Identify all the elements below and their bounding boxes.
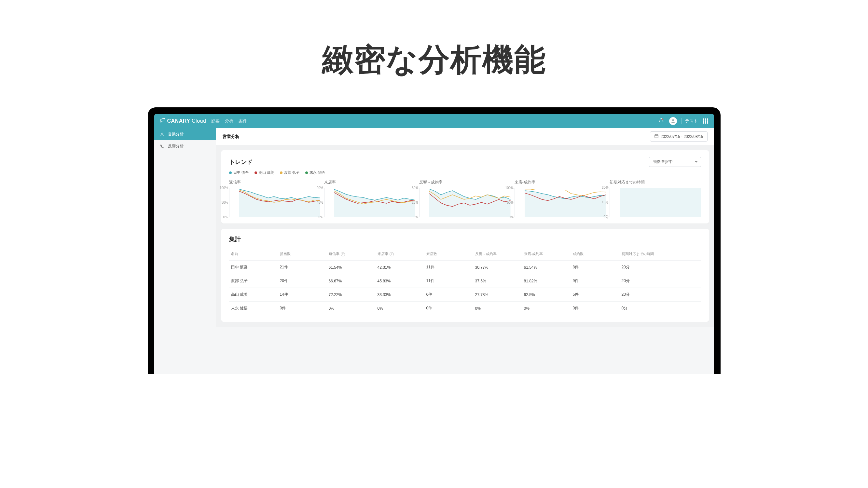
table-cell: 14件 xyxy=(280,292,329,297)
table-header-cell: 成約数 xyxy=(573,252,622,256)
chart-title: 反響～成約率 xyxy=(419,180,510,185)
row-name: 渡部 弘子 xyxy=(231,278,280,284)
apps-icon[interactable] xyxy=(702,118,709,124)
table-cell: 42.31% xyxy=(377,265,426,270)
help-icon[interactable]: ? xyxy=(341,252,345,256)
mini-chart: 初期対応までの時間20分10分0分 xyxy=(610,180,701,217)
table-cell: 0件 xyxy=(280,305,329,311)
chart-canvas: 100%50%0% xyxy=(515,188,606,217)
mini-chart: 来店-成約率100%50%0% xyxy=(515,180,606,217)
table-cell: 37.5% xyxy=(475,279,524,283)
legend-dot-icon xyxy=(229,171,232,174)
chart-canvas: 50%25%0% xyxy=(419,188,510,217)
summary-title: 集計 xyxy=(229,235,701,243)
charts-row: 返信率100%50%0%来店率90%45%0%反響～成約率50%25%0%来店-… xyxy=(229,180,701,217)
trend-filter-dropdown[interactable]: 複数選択中 xyxy=(649,157,701,167)
chart-title: 初期対応までの時間 xyxy=(610,180,701,185)
phone-icon xyxy=(159,144,165,149)
topnav-projects[interactable]: 案件 xyxy=(239,118,247,124)
person-icon xyxy=(159,132,165,137)
row-name: 末永 健悟 xyxy=(231,305,280,311)
table-cell: 0件 xyxy=(573,305,622,311)
legend-item: 末永 健悟 xyxy=(305,170,325,175)
table-cell: 27.78% xyxy=(475,292,524,297)
row-name: 田中 慎吾 xyxy=(231,264,280,270)
topnav-customers[interactable]: 顧客 xyxy=(211,118,220,124)
y-tick-label: 45% xyxy=(317,201,323,204)
sidebar: 営業分析 反響分析 xyxy=(154,128,216,327)
sidebar-item-response-analysis[interactable]: 反響分析 xyxy=(154,140,216,152)
table-cell: 81.82% xyxy=(524,279,573,283)
svg-point-1 xyxy=(672,120,674,121)
table-header-row: 名前担当数返信率?来店率?来店数反響～成約率来店-成約率成約数初期対応までの時間 xyxy=(229,248,701,261)
table-header-cell: 初期対応までの時間 xyxy=(622,252,671,256)
chart-canvas: 100%50%0% xyxy=(229,188,320,217)
table-cell: 0% xyxy=(329,306,377,311)
legend-dot-icon xyxy=(254,171,257,174)
y-tick-label: 10分 xyxy=(602,200,609,205)
bell-icon[interactable] xyxy=(658,118,664,124)
legend-label: 田中 慎吾 xyxy=(234,170,249,175)
table-cell: 11件 xyxy=(426,278,475,284)
y-tick-label: 20分 xyxy=(602,186,609,190)
table-cell: 61.54% xyxy=(329,265,377,270)
y-tick-label: 100% xyxy=(505,186,514,190)
legend-label: 末永 健悟 xyxy=(310,170,325,175)
trend-title: トレンド xyxy=(229,158,253,166)
table-cell: 33.33% xyxy=(377,292,426,297)
topnav-analysis[interactable]: 分析 xyxy=(225,118,234,124)
trend-legend: 田中 慎吾高山 成美渡部 弘子末永 健悟 xyxy=(229,170,701,175)
table-cell: 45.83% xyxy=(377,279,426,283)
table-cell: 8件 xyxy=(573,264,622,270)
table-cell: 20分 xyxy=(622,264,671,270)
y-tick-label: 100% xyxy=(220,186,228,190)
table-cell: 5件 xyxy=(573,292,622,297)
table-row: 渡部 弘子20件66.67%45.83%11件37.5%81.82%9件20分 xyxy=(229,274,701,288)
table-cell: 9件 xyxy=(573,278,622,284)
table-header-cell: 来店率? xyxy=(377,252,426,256)
y-tick-label: 0分 xyxy=(604,215,609,219)
y-tick-label: 0% xyxy=(223,215,228,219)
brand-logo[interactable]: CANARY Cloud xyxy=(159,118,206,125)
legend-item: 渡部 弘子 xyxy=(280,170,300,175)
table-cell: 20分 xyxy=(622,292,671,297)
table-header-cell: 来店-成約率 xyxy=(524,252,573,256)
legend-item: 田中 慎吾 xyxy=(229,170,249,175)
table-header-cell: 返信率? xyxy=(329,252,377,256)
user-label[interactable]: テスト xyxy=(682,118,698,124)
device-frame: CANARY Cloud 顧客 分析 案件 テスト xyxy=(148,107,720,374)
table-cell: 0% xyxy=(475,306,524,311)
chart-title: 来店率 xyxy=(324,180,415,185)
bird-icon xyxy=(159,118,165,125)
date-range-picker[interactable]: 2022/07/15 - 2022/08/15 xyxy=(650,131,708,141)
summary-table: 名前担当数返信率?来店率?来店数反響～成約率来店-成約率成約数初期対応までの時間… xyxy=(229,248,701,315)
mini-chart: 来店率90%45%0% xyxy=(324,180,415,217)
sidebar-item-label: 営業分析 xyxy=(168,131,184,137)
table-cell: 66.67% xyxy=(329,279,377,283)
table-header-cell: 来店数 xyxy=(426,252,475,256)
sidebar-item-label: 反響分析 xyxy=(168,143,184,149)
topnav: 顧客 分析 案件 xyxy=(211,118,247,124)
table-cell: 0件 xyxy=(426,305,475,311)
table-cell: 0% xyxy=(377,306,426,311)
legend-item: 高山 成美 xyxy=(254,170,274,175)
legend-label: 渡部 弘子 xyxy=(284,170,300,175)
table-cell: 11件 xyxy=(426,264,475,270)
table-header-cell: 担当数 xyxy=(280,252,329,256)
y-tick-label: 0% xyxy=(318,215,323,219)
table-cell: 30.77% xyxy=(475,265,524,270)
date-range-text: 2022/07/15 - 2022/08/15 xyxy=(661,134,703,139)
promo-title: 緻密な分析機能 xyxy=(0,0,868,107)
chart-canvas: 20分10分0分 xyxy=(610,188,701,217)
avatar-icon[interactable] xyxy=(669,117,677,125)
table-cell: 20分 xyxy=(622,278,671,284)
sidebar-item-sales-analysis[interactable]: 営業分析 xyxy=(154,128,216,140)
chart-title: 来店-成約率 xyxy=(515,180,606,185)
y-tick-label: 25% xyxy=(412,201,418,204)
svg-point-2 xyxy=(161,133,163,134)
legend-dot-icon xyxy=(305,171,308,174)
topbar-right: テスト xyxy=(658,117,709,125)
app-screen: CANARY Cloud 顧客 分析 案件 テスト xyxy=(154,114,714,374)
help-icon[interactable]: ? xyxy=(390,252,394,256)
chart-title: 返信率 xyxy=(229,180,320,185)
